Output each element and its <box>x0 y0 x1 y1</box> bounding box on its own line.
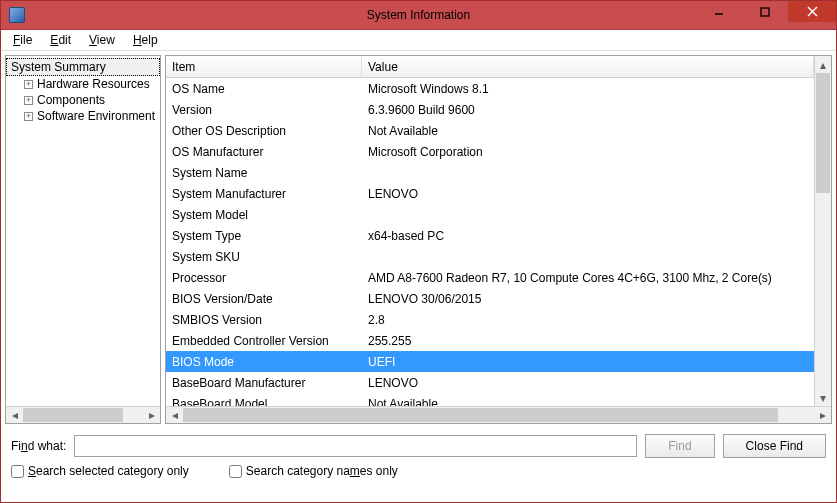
search-category-names-checkbox[interactable]: Search category names only <box>229 464 398 478</box>
tree-label: Hardware Resources <box>37 77 150 91</box>
list-header: Item Value <box>166 56 814 78</box>
cell-item: SMBIOS Version <box>166 313 362 327</box>
scroll-thumb[interactable] <box>816 73 830 193</box>
svg-rect-1 <box>761 8 769 16</box>
find-button[interactable]: Find <box>645 434 714 458</box>
cell-value: AMD A8-7600 Radeon R7, 10 Compute Cores … <box>362 271 814 285</box>
cell-item: System SKU <box>166 250 362 264</box>
menu-file[interactable]: File <box>5 31 40 49</box>
scroll-up-icon[interactable]: ▴ <box>815 56 831 73</box>
tree-label: System Summary <box>11 60 106 74</box>
checkbox-input[interactable] <box>229 465 242 478</box>
app-icon <box>9 7 25 23</box>
minimize-button[interactable] <box>696 1 742 22</box>
scroll-track[interactable] <box>183 407 814 423</box>
table-row[interactable]: ProcessorAMD A8-7600 Radeon R7, 10 Compu… <box>166 267 814 288</box>
cell-item: System Manufacturer <box>166 187 362 201</box>
table-row[interactable]: System SKU <box>166 246 814 267</box>
details-panel: Item Value OS NameMicrosoft Windows 8.1V… <box>165 55 832 424</box>
close-button[interactable] <box>788 1 836 22</box>
find-what-input[interactable] <box>74 435 637 457</box>
cell-value: LENOVO <box>362 376 814 390</box>
scroll-track[interactable] <box>815 73 831 389</box>
column-header-item[interactable]: Item <box>166 56 362 77</box>
cell-item: Other OS Description <box>166 124 362 138</box>
table-row[interactable]: BIOS ModeUEFI <box>166 351 814 372</box>
details-v-scrollbar[interactable]: ▴ ▾ <box>814 56 831 406</box>
cell-item: BIOS Mode <box>166 355 362 369</box>
close-find-button[interactable]: Close Find <box>723 434 826 458</box>
cell-value: x64-based PC <box>362 229 814 243</box>
expand-icon[interactable]: + <box>24 112 33 121</box>
scroll-down-icon[interactable]: ▾ <box>815 389 831 406</box>
table-row[interactable]: OS NameMicrosoft Windows 8.1 <box>166 78 814 99</box>
tree-panel: System Summary + Hardware Resources + Co… <box>5 55 161 424</box>
column-header-value[interactable]: Value <box>362 56 814 77</box>
cell-item: OS Manufacturer <box>166 145 362 159</box>
checkbox-input[interactable] <box>11 465 24 478</box>
table-row[interactable]: BIOS Version/DateLENOVO 30/06/2015 <box>166 288 814 309</box>
window-controls <box>696 1 836 29</box>
cell-item: System Name <box>166 166 362 180</box>
checkbox-label: Search category names only <box>246 464 398 478</box>
table-row[interactable]: System Typex64-based PC <box>166 225 814 246</box>
cell-value: Microsoft Corporation <box>362 145 814 159</box>
menu-view[interactable]: View <box>81 31 123 49</box>
expand-icon[interactable]: + <box>24 80 33 89</box>
scroll-track[interactable] <box>23 407 143 423</box>
scroll-right-icon[interactable]: ▸ <box>814 407 831 423</box>
find-row: Find what: Find Close Find <box>11 434 826 458</box>
scroll-left-icon[interactable]: ◂ <box>166 407 183 423</box>
maximize-button[interactable] <box>742 1 788 22</box>
scroll-right-icon[interactable]: ▸ <box>143 407 160 423</box>
menubar: File Edit View Help <box>1 30 836 51</box>
cell-value: 255.255 <box>362 334 814 348</box>
scroll-left-icon[interactable]: ◂ <box>6 407 23 423</box>
menu-edit[interactable]: Edit <box>42 31 79 49</box>
cell-value: 2.8 <box>362 313 814 327</box>
tree-node-software-environment[interactable]: + Software Environment <box>6 108 160 124</box>
table-row[interactable]: BaseBoard ManufacturerLENOVO <box>166 372 814 393</box>
cell-value: Not Available <box>362 397 814 407</box>
search-selected-category-checkbox[interactable]: Search selected category only <box>11 464 189 478</box>
table-row[interactable]: Other OS DescriptionNot Available <box>166 120 814 141</box>
cell-value: 6.3.9600 Build 9600 <box>362 103 814 117</box>
footer: Find what: Find Close Find Search select… <box>1 428 836 486</box>
tree-node-components[interactable]: + Components <box>6 92 160 108</box>
tree-node-hardware-resources[interactable]: + Hardware Resources <box>6 76 160 92</box>
cell-item: Version <box>166 103 362 117</box>
cell-item: BaseBoard Model <box>166 397 362 407</box>
table-row[interactable]: OS ManufacturerMicrosoft Corporation <box>166 141 814 162</box>
table-row[interactable]: Version6.3.9600 Build 9600 <box>166 99 814 120</box>
cell-item: OS Name <box>166 82 362 96</box>
content-area: System Summary + Hardware Resources + Co… <box>1 51 836 428</box>
menu-help[interactable]: Help <box>125 31 166 49</box>
cell-item: Embedded Controller Version <box>166 334 362 348</box>
table-row[interactable]: Embedded Controller Version255.255 <box>166 330 814 351</box>
cell-item: Processor <box>166 271 362 285</box>
table-row[interactable]: System ManufacturerLENOVO <box>166 183 814 204</box>
category-tree: System Summary + Hardware Resources + Co… <box>6 56 160 406</box>
table-row[interactable]: BaseBoard ModelNot Available <box>166 393 814 406</box>
cell-value: UEFI <box>362 355 814 369</box>
table-row[interactable]: System Name <box>166 162 814 183</box>
cell-item: BIOS Version/Date <box>166 292 362 306</box>
tree-root-system-summary[interactable]: System Summary <box>6 58 160 76</box>
cell-item: System Type <box>166 229 362 243</box>
table-row[interactable]: SMBIOS Version2.8 <box>166 309 814 330</box>
tree-label: Components <box>37 93 105 107</box>
cell-value: Not Available <box>362 124 814 138</box>
tree-h-scrollbar[interactable]: ◂ ▸ <box>6 406 160 423</box>
table-row[interactable]: System Model <box>166 204 814 225</box>
scroll-thumb[interactable] <box>23 408 123 422</box>
list-body: OS NameMicrosoft Windows 8.1Version6.3.9… <box>166 78 814 406</box>
details-h-scrollbar[interactable]: ◂ ▸ <box>166 406 831 423</box>
close-icon <box>807 6 818 17</box>
expand-icon[interactable]: + <box>24 96 33 105</box>
cell-value: Microsoft Windows 8.1 <box>362 82 814 96</box>
scroll-thumb[interactable] <box>183 408 778 422</box>
checkbox-label: Search selected category only <box>28 464 189 478</box>
tree-label: Software Environment <box>37 109 155 123</box>
cell-item: System Model <box>166 208 362 222</box>
check-options: Search selected category only Search cat… <box>11 464 826 478</box>
